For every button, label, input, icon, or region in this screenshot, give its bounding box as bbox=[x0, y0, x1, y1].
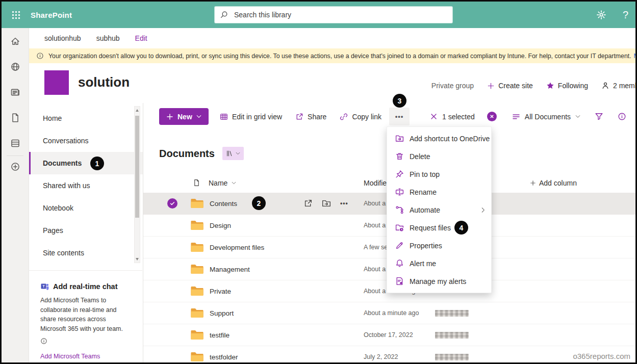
modified-value: July 2, 2022 bbox=[364, 346, 398, 364]
search-input[interactable] bbox=[233, 10, 447, 19]
filter-icon[interactable] bbox=[595, 112, 603, 121]
create-site-button[interactable]: Create site bbox=[487, 82, 533, 90]
context-menu-item[interactable]: Pin to top bbox=[387, 165, 491, 183]
search-icon bbox=[220, 11, 228, 19]
context-menu-item[interactable]: Automate bbox=[387, 201, 491, 219]
help-icon[interactable]: ? bbox=[623, 9, 628, 21]
folder-icon[interactable] bbox=[190, 220, 203, 230]
plus-icon bbox=[530, 180, 536, 186]
add-column-button[interactable]: Add column bbox=[530, 179, 577, 187]
scroll-up-arrow-icon[interactable] bbox=[135, 107, 140, 113]
pin-icon bbox=[395, 170, 404, 178]
folder-name[interactable]: Private bbox=[210, 280, 231, 302]
scrollbar-thumb[interactable] bbox=[135, 116, 139, 218]
link-icon bbox=[340, 113, 348, 121]
modified-by-blurred bbox=[435, 354, 469, 360]
site-logo[interactable] bbox=[44, 70, 69, 95]
members-button[interactable]: 2 members bbox=[601, 82, 637, 90]
details-pane-info-icon[interactable] bbox=[618, 112, 626, 121]
annotation-badge: 1 bbox=[90, 157, 104, 170]
folder-icon[interactable] bbox=[190, 330, 203, 340]
more-commands-button[interactable]: ••• bbox=[389, 108, 410, 125]
add-shortcut-folder-icon[interactable] bbox=[322, 199, 331, 208]
folder-name[interactable]: Management bbox=[210, 258, 250, 280]
folder-name[interactable]: Design bbox=[210, 215, 231, 237]
trash-icon bbox=[395, 152, 404, 161]
chevron-down-icon bbox=[196, 115, 201, 118]
app-launcher-waffle-icon[interactable] bbox=[8, 7, 23, 22]
scroll-down-arrow-icon[interactable] bbox=[135, 256, 140, 262]
context-menu-item[interactable]: Properties bbox=[387, 237, 491, 254]
folder-icon[interactable] bbox=[190, 198, 203, 209]
nav-item[interactable]: Conversations bbox=[29, 129, 143, 152]
nav-item[interactable]: Site contents bbox=[29, 242, 143, 264]
clear-selection-x-icon[interactable] bbox=[430, 113, 438, 120]
breadcrumb-subhub[interactable]: subhub bbox=[96, 34, 120, 42]
table-row[interactable]: Support About a minute ago bbox=[143, 302, 635, 324]
nav-item[interactable]: Shared with us bbox=[29, 174, 143, 197]
folder-name[interactable]: testfile bbox=[210, 324, 230, 346]
database-icon[interactable] bbox=[10, 138, 20, 148]
folder-name[interactable]: Development files bbox=[210, 237, 264, 258]
share-icon[interactable] bbox=[303, 199, 313, 208]
restriction-notice-bar: Your organization doesn't allow you to d… bbox=[29, 48, 635, 63]
add-plus-circle-icon[interactable] bbox=[10, 162, 20, 172]
globe-icon[interactable] bbox=[10, 62, 20, 72]
nav-item[interactable]: Pages bbox=[29, 219, 143, 242]
selected-check-icon[interactable] bbox=[167, 198, 177, 209]
modified-value: October 17, 2022 bbox=[364, 324, 413, 346]
info-icon[interactable] bbox=[40, 337, 47, 345]
bell-icon bbox=[395, 259, 404, 268]
table-row[interactable]: testfile October 17, 2022 bbox=[143, 324, 635, 346]
add-teams-link[interactable]: Add Microsoft Teams bbox=[40, 353, 132, 360]
view-selector[interactable]: All Documents bbox=[512, 113, 580, 121]
context-menu-item[interactable]: Manage my alerts bbox=[387, 272, 491, 290]
copy-link-button[interactable]: Copy link bbox=[340, 113, 381, 121]
share-button[interactable]: Share bbox=[295, 113, 326, 121]
chevron-down-icon bbox=[232, 181, 236, 185]
nav-item[interactable]: Home bbox=[29, 107, 143, 129]
breadcrumb-hub[interactable]: solutionhub bbox=[44, 34, 81, 42]
row-more-icon[interactable]: ••• bbox=[340, 200, 348, 207]
context-menu-item[interactable]: Alert me bbox=[387, 254, 491, 272]
dismiss-selection-icon[interactable]: ✕ bbox=[487, 112, 497, 121]
nav-item[interactable]: Documents 1 bbox=[29, 152, 143, 174]
folder-icon[interactable] bbox=[190, 264, 203, 274]
table-row[interactable]: testfolder July 2, 2022 bbox=[143, 346, 635, 364]
view-style-pill[interactable] bbox=[222, 147, 244, 160]
folder-icon[interactable] bbox=[190, 308, 203, 318]
more-info-link[interactable]: More info bbox=[634, 53, 635, 60]
folder-icon[interactable] bbox=[190, 352, 203, 362]
settings-gear-icon[interactable] bbox=[596, 10, 606, 20]
annotation-badge: 3 bbox=[393, 94, 406, 108]
context-menu-item[interactable]: Rename bbox=[387, 183, 491, 201]
submenu-chevron-right-icon bbox=[481, 207, 486, 213]
folder-clock-icon bbox=[395, 223, 404, 232]
nav-scrollbar[interactable] bbox=[134, 106, 140, 263]
context-menu: Add shortcut to OneDrive Delete Pin to t… bbox=[387, 126, 492, 293]
following-button[interactable]: Following bbox=[546, 82, 588, 90]
rename-icon bbox=[395, 188, 404, 196]
new-button[interactable]: New bbox=[159, 108, 209, 125]
breadcrumb-edit-link[interactable]: Edit bbox=[135, 34, 147, 42]
folder-icon[interactable] bbox=[190, 242, 203, 252]
app-rail bbox=[2, 28, 29, 362]
file-type-column-icon[interactable] bbox=[193, 178, 200, 187]
nav-item[interactable]: Notebook bbox=[29, 197, 143, 219]
rail-divider bbox=[7, 155, 23, 156]
context-menu-item[interactable]: Add shortcut to OneDrive bbox=[387, 129, 491, 147]
folder-icon[interactable] bbox=[190, 286, 203, 296]
name-column-header[interactable]: Name bbox=[209, 179, 236, 187]
page-icon[interactable] bbox=[10, 113, 20, 123]
teams-promo-title: Add real-time chat bbox=[53, 282, 118, 291]
context-menu-item[interactable]: Request files 4 bbox=[387, 219, 491, 237]
edit-grid-view-button[interactable]: Edit in grid view bbox=[220, 113, 282, 121]
news-icon[interactable] bbox=[10, 87, 20, 97]
folder-name[interactable]: Contents bbox=[210, 193, 237, 215]
search-box[interactable] bbox=[215, 7, 452, 23]
folder-name[interactable]: testfolder bbox=[210, 346, 238, 364]
folder-name[interactable]: Support bbox=[210, 302, 234, 324]
share-icon bbox=[295, 113, 303, 121]
home-icon[interactable] bbox=[10, 36, 20, 46]
context-menu-item[interactable]: Delete bbox=[387, 147, 491, 165]
